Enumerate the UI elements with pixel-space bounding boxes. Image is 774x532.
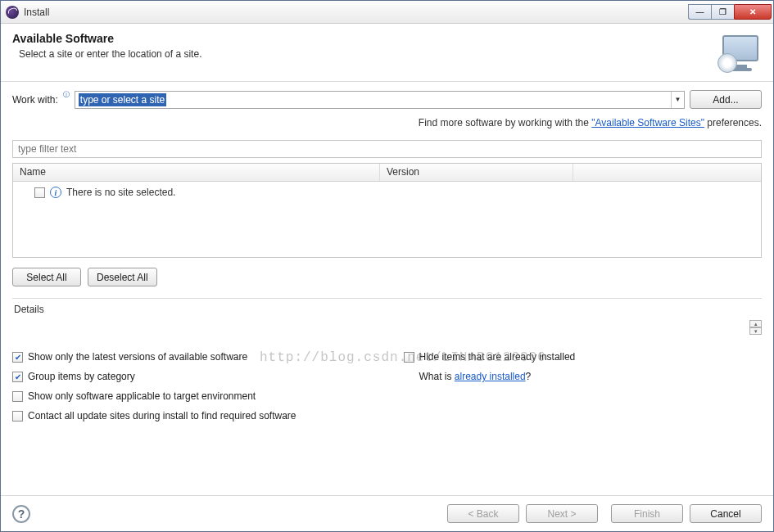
info-decorator-icon: ⓘ (63, 90, 70, 99)
cancel-button[interactable]: Cancel (690, 504, 762, 523)
work-with-label: Work with: (12, 94, 58, 106)
checkbox[interactable] (404, 352, 414, 363)
window-controls: — ❐ ✕ (688, 4, 772, 20)
options-left: Show only the latest versions of availab… (12, 351, 371, 422)
already-installed-link[interactable]: already installed (455, 371, 526, 382)
select-all-button[interactable]: Select All (12, 268, 81, 286)
details-label: Details (12, 299, 762, 317)
add-button[interactable]: Add... (690, 90, 762, 109)
empty-message: There is no site selected. (66, 187, 175, 198)
next-button[interactable]: Next > (526, 504, 598, 523)
details-section: Details ▴ ▾ (12, 298, 762, 340)
what-is-installed: What is already installed? (404, 371, 763, 382)
software-table: Name Version i There is no site selected… (12, 163, 762, 258)
sites-hint: Find more software by working with the "… (12, 114, 762, 135)
checkbox[interactable] (12, 391, 23, 402)
checkbox[interactable] (12, 352, 23, 363)
back-button[interactable]: < Back (447, 504, 519, 523)
eclipse-icon (6, 6, 19, 19)
opt-contact[interactable]: Contact all update sites during install … (12, 410, 371, 422)
filter-input[interactable] (12, 140, 762, 158)
column-version[interactable]: Version (380, 164, 573, 181)
finish-button[interactable]: Finish (611, 504, 683, 523)
work-with-combo[interactable]: type or select a site ▼ (75, 91, 685, 109)
window-title: Install (24, 7, 688, 18)
page-title: Available Software (12, 32, 716, 45)
checkbox[interactable] (12, 372, 23, 382)
opt-latest[interactable]: Show only the latest versions of availab… (12, 351, 371, 363)
dialog-header: Available Software Select a site or ente… (1, 24, 773, 82)
options-right: Hide items that are already installed Wh… (404, 351, 763, 422)
table-body: i There is no site selected. (13, 182, 761, 257)
spinner-up-icon[interactable]: ▴ (749, 320, 762, 327)
details-body: ▴ ▾ (12, 317, 762, 340)
chevron-down-icon[interactable]: ▼ (671, 92, 684, 108)
selection-buttons: Select All Deselect All (12, 263, 762, 291)
table-header-row: Name Version (13, 164, 761, 182)
close-button[interactable]: ✕ (734, 4, 772, 20)
checkbox[interactable] (12, 411, 23, 422)
opt-group[interactable]: Group items by category (12, 371, 371, 382)
deselect-all-button[interactable]: Deselect All (88, 268, 157, 286)
help-icon[interactable]: ? (12, 505, 30, 523)
titlebar: Install — ❐ ✕ (1, 1, 773, 24)
minimize-button[interactable]: — (688, 4, 711, 20)
spinner-down-icon[interactable]: ▾ (749, 327, 762, 335)
install-dialog: Install — ❐ ✕ Available Software Select … (0, 0, 774, 532)
row-checkbox[interactable] (34, 187, 45, 198)
maximize-button[interactable]: ❐ (711, 4, 734, 20)
opt-hide-installed[interactable]: Hide items that are already installed (404, 351, 763, 363)
table-row: i There is no site selected. (20, 187, 754, 198)
work-with-row: Work with: ⓘ type or select a site ▼ Add… (12, 90, 762, 109)
column-blank (573, 164, 761, 181)
page-subtitle: Select a site or enter the location of a… (19, 48, 716, 60)
column-name[interactable]: Name (13, 164, 380, 181)
work-with-value: type or select a site (79, 93, 166, 106)
options-area: Show only the latest versions of availab… (12, 345, 762, 422)
details-spinner[interactable]: ▴ ▾ (749, 320, 762, 335)
opt-applicable[interactable]: Show only software applicable to target … (12, 390, 371, 402)
info-icon: i (50, 187, 61, 198)
install-wizard-icon (716, 32, 762, 73)
available-sites-link[interactable]: "Available Software Sites" (591, 117, 704, 128)
dialog-footer: ? < Back Next > Finish Cancel (1, 495, 773, 531)
